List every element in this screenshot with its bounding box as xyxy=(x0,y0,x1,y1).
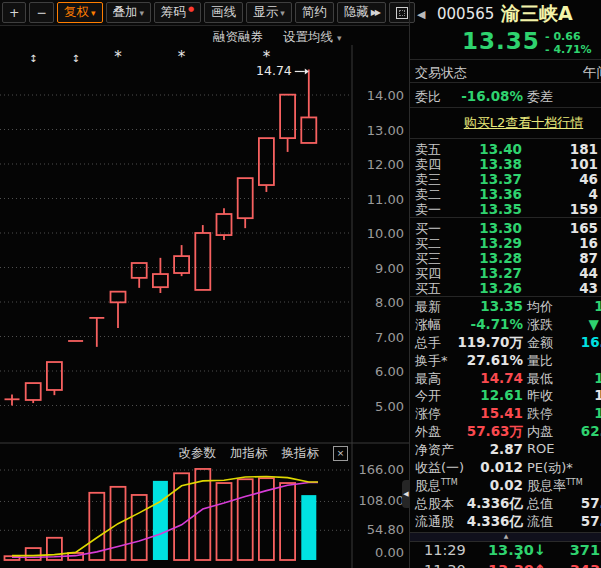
stat-value: 62.07万 xyxy=(527,423,601,441)
ask-order-book: 卖五13.40181卖四13.38101卖三13.3746卖二13.364卖一1… xyxy=(410,141,601,216)
bid-price[interactable]: 13.29 xyxy=(440,235,522,251)
zoom-out-button[interactable]: − xyxy=(29,2,53,23)
ask-row[interactable]: 卖二13.364 xyxy=(410,186,601,201)
tick-row: 11:3013.30↑343 xyxy=(410,562,601,568)
weibi-row: 委比 -16.08% 委差 -136 xyxy=(410,88,601,107)
fullscreen-icon xyxy=(396,7,408,19)
bid-volume: 44 xyxy=(530,265,598,281)
bid-level-label: 买五 xyxy=(415,280,441,298)
margin-trading-link[interactable]: 融资融券 xyxy=(213,29,263,46)
stat-value: 4.336亿 xyxy=(438,513,523,531)
ask-price[interactable]: 13.40 xyxy=(440,141,522,157)
kline-chart[interactable]: 14.0013.0012.0011.0010.009.008.007.006.0… xyxy=(0,0,410,568)
tick-price: 13.30↑ xyxy=(480,562,546,568)
chip-distribution-button[interactable]: 筹码● xyxy=(154,2,201,23)
svg-text:5.00: 5.00 xyxy=(375,399,404,414)
close-indicator-icon[interactable]: × xyxy=(333,446,348,461)
switch-indicator-link[interactable]: 换指标 xyxy=(282,445,320,462)
fullscreen-button[interactable] xyxy=(389,2,415,23)
svg-text:14.74: 14.74 xyxy=(256,63,292,78)
stat-value: 14.01 xyxy=(527,387,601,403)
stat-row: 最新13.35均价13.37 xyxy=(410,298,601,316)
stat-row: 股息TTM0.02股息率TTM0.15 xyxy=(410,477,601,495)
stat-value: 0.15 xyxy=(527,477,601,493)
bid-price[interactable]: 13.26 xyxy=(440,280,522,296)
tick-time: 11:30 xyxy=(424,562,466,568)
ask-row[interactable]: 卖三13.3746 xyxy=(410,171,601,186)
tick-price: 13.30↓ xyxy=(480,542,546,558)
stat-row: 总手119.70万金额16.01亿 xyxy=(410,334,601,352)
trade-status-row: 交易状态 午间休市 xyxy=(410,64,601,83)
ask-row[interactable]: 卖一13.35159 xyxy=(410,201,601,216)
stat-row: 总股本4.336亿总值57.89亿 xyxy=(410,495,601,513)
bid-price[interactable]: 13.28 xyxy=(440,250,522,266)
svg-text:11.00: 11.00 xyxy=(367,192,404,207)
ask-price[interactable]: 13.36 xyxy=(440,186,522,202)
bid-row[interactable]: 买五13.2643 xyxy=(410,280,601,295)
ma-settings-link[interactable]: 设置均线 ▾ xyxy=(283,29,342,46)
stat-row: 今开12.61昨收14.01 xyxy=(410,387,601,405)
stats-grid: 最新13.35均价13.37涨幅-4.71%涨跌▼ 0.66总手119.70万金… xyxy=(410,298,601,531)
svg-text:12.00: 12.00 xyxy=(367,157,404,172)
tick-row: 11:2913.30↓371 xyxy=(410,542,601,562)
level2-promo-link[interactable]: 购买L2查看十档行情 xyxy=(410,107,601,139)
ask-volume: 181 xyxy=(530,141,598,157)
bid-row[interactable]: 买一13.30165 xyxy=(410,220,601,235)
stat-row: 涨停15.41跌停12.61 xyxy=(410,405,601,423)
simple-mode-button[interactable]: 简约 xyxy=(295,2,334,23)
stat-value: 57.89亿 xyxy=(527,495,601,513)
change-params-link[interactable]: 改参数 xyxy=(179,445,217,462)
draw-line-button[interactable]: 画线 xyxy=(204,2,243,23)
bid-price[interactable]: 13.27 xyxy=(440,265,522,281)
stock-app-window: 14.0013.0012.0011.0010.009.008.007.006.0… xyxy=(0,0,601,568)
overlay-button[interactable]: 叠加▾ xyxy=(106,2,152,23)
bid-volume: 16 xyxy=(530,235,598,251)
tick-time: 11:29 xyxy=(424,542,466,558)
svg-text:14.00: 14.00 xyxy=(367,88,404,103)
ask-price[interactable]: 13.35 xyxy=(440,201,522,217)
stat-value: 119.70万 xyxy=(438,334,523,352)
stat-row: 流通股4.336亿流值57.89亿 xyxy=(410,513,601,531)
svg-text:10.00: 10.00 xyxy=(367,226,404,241)
main-toolbar: + − 复权▾ 叠加▾ 筹码● 画线 显示▾ 简约 隐藏▶▶ xyxy=(0,0,410,26)
bid-row[interactable]: 买二13.2916 xyxy=(410,235,601,250)
svg-text:7.00: 7.00 xyxy=(375,330,404,345)
stat-value: 0.42 xyxy=(527,441,601,457)
tick-list[interactable]: 11:2913.30↓37111:3013.30↑343 xyxy=(410,542,601,568)
stat-value: 0.02 xyxy=(438,477,523,493)
ask-row[interactable]: 卖五13.40181 xyxy=(410,141,601,156)
display-button[interactable]: 显示▾ xyxy=(246,2,292,23)
tick-panel-resize-handle[interactable]: ▲ xyxy=(410,532,601,542)
ask-volume: 46 xyxy=(530,171,598,187)
bid-row[interactable]: 买四13.2744 xyxy=(410,265,601,280)
stat-value: 278 xyxy=(527,459,601,475)
trade-status-label: 交易状态 xyxy=(415,64,467,82)
stat-value: 15.41 xyxy=(438,405,523,421)
ask-price[interactable]: 13.38 xyxy=(440,156,522,172)
panel-collapse-handle[interactable]: ◀ xyxy=(402,480,410,508)
hide-button[interactable]: 隐藏▶▶ xyxy=(337,2,386,23)
svg-text:13.00: 13.00 xyxy=(367,123,404,138)
bid-volume: 87 xyxy=(530,250,598,266)
svg-text:6.00: 6.00 xyxy=(375,364,404,379)
double-right-arrow-icon: ▶▶ xyxy=(371,8,379,17)
svg-text:↕: ↕ xyxy=(71,53,79,64)
stat-value: 14.74 xyxy=(438,370,523,386)
bid-row[interactable]: 买三13.2887 xyxy=(410,250,601,265)
tick-volume: 371 xyxy=(540,542,600,558)
back-arrow-icon[interactable]: ◀ xyxy=(417,8,425,21)
add-indicator-link[interactable]: 加指标 xyxy=(230,445,268,462)
ask-row[interactable]: 卖四13.38101 xyxy=(410,156,601,171)
svg-text:↕: ↕ xyxy=(29,53,37,64)
red-dot-icon: ● xyxy=(188,5,194,13)
ask-volume: 4 xyxy=(530,186,598,202)
stock-code: 000565 xyxy=(437,5,494,23)
zoom-in-button[interactable]: + xyxy=(2,2,26,23)
adjust-price-button[interactable]: 复权▾ xyxy=(57,2,103,23)
trade-status-value: 午间休市 xyxy=(527,64,601,82)
ask-price[interactable]: 13.37 xyxy=(440,171,522,187)
stat-value: 4.336亿 xyxy=(438,495,523,513)
last-price: 13.35 xyxy=(462,28,540,54)
bid-price[interactable]: 13.30 xyxy=(440,220,522,236)
stat-value: 12.61 xyxy=(527,370,601,386)
